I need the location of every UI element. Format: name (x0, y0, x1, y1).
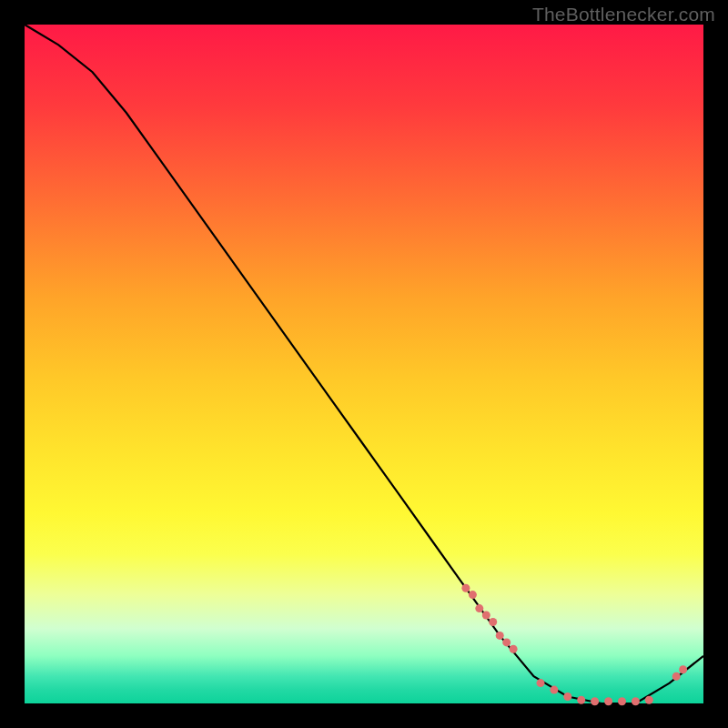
sample-dot (672, 672, 681, 681)
sample-dot (489, 618, 497, 626)
sample-dot (550, 686, 558, 694)
sample-dot (679, 665, 687, 673)
credit-label: TheBottlenecker.com (532, 4, 715, 25)
sample-dot (461, 584, 470, 592)
bottleneck-curve (25, 25, 703, 703)
sample-dot (591, 697, 599, 705)
sample-dots-group (461, 584, 687, 706)
plot-area (25, 25, 703, 703)
sample-dot (510, 645, 518, 653)
sample-dot (537, 679, 545, 687)
sample-dot (618, 697, 626, 705)
sample-dot (604, 697, 612, 705)
sample-dot (563, 693, 571, 701)
sample-dot (632, 697, 640, 705)
sample-dot (496, 632, 504, 640)
sample-dot (475, 604, 483, 612)
chart-frame: TheBottlenecker.com (0, 0, 728, 728)
sample-dot (469, 591, 477, 599)
sample-dot (502, 638, 511, 646)
chart-svg (25, 25, 703, 703)
sample-dot (645, 696, 653, 704)
sample-dot (482, 612, 490, 620)
sample-dot (577, 696, 585, 704)
